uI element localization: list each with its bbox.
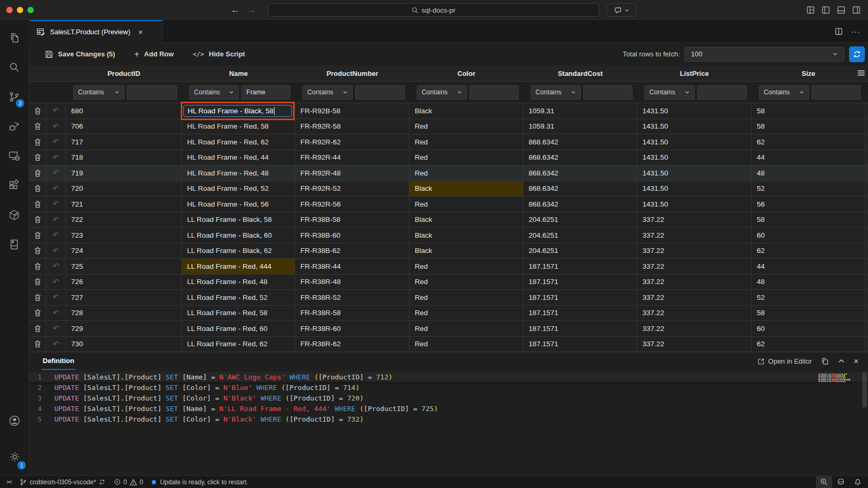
filter-operator-productnumber[interactable]: Contains (303, 85, 353, 100)
table-row[interactable]: ↶ 722 LL Road Frame - Black, 58 FR-R38B-… (29, 212, 868, 228)
cell-listprice[interactable]: 1431.50 (637, 150, 752, 165)
table-row[interactable]: ↶ 720 HL Road Frame - Red, 52 FR-R92R-52… (29, 181, 868, 197)
cell-productid[interactable]: 729 (66, 321, 182, 336)
cell-name[interactable]: HL Road Frame - Red, 48 (182, 165, 295, 181)
delete-row-button[interactable] (29, 212, 46, 228)
cell-size[interactable]: 58 (752, 212, 865, 228)
toggle-panel-icon[interactable] (837, 6, 845, 14)
close-window-button[interactable] (6, 7, 13, 13)
revert-row-button[interactable]: ↶ (46, 243, 66, 259)
cell-name[interactable]: LL Road Frame - Red, 48 (182, 275, 295, 290)
table-row[interactable]: ↶ 723 LL Road Frame - Black, 60 FR-R38B-… (29, 228, 868, 243)
filter-input-listprice[interactable] (697, 85, 747, 100)
sidebar-item-remote-explorer[interactable] (0, 141, 28, 171)
cell-size[interactable]: 52 (752, 181, 865, 197)
cell-productnumber[interactable]: FR-R92R-52 (295, 181, 409, 197)
cell-standardcost[interactable]: 1059.31 (523, 119, 637, 134)
cell-size[interactable]: 62 (752, 337, 865, 352)
zoom-window-button[interactable] (27, 7, 34, 13)
filter-operator-name[interactable]: Contains (189, 85, 239, 100)
cell-listprice[interactable]: 337.22 (637, 228, 752, 243)
cell-color[interactable]: Red (409, 275, 523, 290)
open-in-editor-button[interactable]: Open in Editor (757, 357, 812, 365)
cell-color[interactable]: Red (409, 134, 523, 150)
table-row[interactable]: ↶ 726 LL Road Frame - Red, 48 FR-R38R-48… (29, 275, 868, 290)
cell-productnumber[interactable]: FR-R38B-60 (295, 228, 409, 243)
filter-input-size[interactable] (812, 85, 861, 100)
cell-color[interactable]: Red (409, 197, 523, 212)
cell-listprice[interactable]: 1431.50 (637, 181, 752, 197)
cell-listprice[interactable]: 337.22 (637, 337, 752, 352)
filter-operator-standardcost[interactable]: Contains (531, 85, 581, 100)
cell-color[interactable]: Red (409, 165, 523, 181)
delete-row-button[interactable] (29, 290, 46, 305)
cell-size[interactable]: 58 (752, 119, 865, 134)
table-row[interactable]: ↶ 725 LL Road Frame - Red, 444 FR-R38R-4… (29, 259, 868, 275)
cell-productid[interactable]: 720 (66, 181, 182, 197)
cell-name[interactable]: LL Road Frame - Red, 52 (182, 290, 295, 305)
notifications-bell-button[interactable] (850, 476, 868, 488)
cell-productnumber[interactable]: FR-R92R-44 (295, 150, 409, 165)
cell-standardcost[interactable]: 187.1571 (523, 321, 637, 336)
cell-name[interactable]: LL Road Frame - Black, 60 (182, 228, 295, 243)
table-row[interactable]: ↶ 721 HL Road Frame - Red, 56 FR-R92R-56… (29, 197, 868, 212)
cell-standardcost[interactable]: 187.1571 (523, 337, 637, 352)
column-header-productnumber[interactable]: ProductNumber (295, 65, 409, 81)
sidebar-item-search[interactable] (0, 53, 28, 82)
cell-name[interactable]: LL Road Frame - Red, 58 (182, 306, 295, 321)
revert-row-button[interactable]: ↶ (46, 119, 66, 134)
filter-input-color[interactable] (470, 85, 519, 100)
hide-script-button[interactable]: </> Hide Script (193, 50, 245, 58)
cell-color[interactable]: Red (409, 337, 523, 352)
cell-standardcost[interactable]: 868.6342 (523, 134, 637, 150)
cell-listprice[interactable]: 1431.50 (637, 103, 752, 119)
revert-row-button[interactable]: ↶ (46, 103, 66, 119)
toggle-primary-sidebar-icon[interactable] (822, 6, 830, 14)
revert-row-button[interactable]: ↶ (46, 337, 66, 352)
column-header-listprice[interactable]: ListPrice (637, 65, 752, 81)
delete-row-button[interactable] (29, 321, 46, 336)
delete-row-button[interactable] (29, 103, 46, 119)
cell-productid[interactable]: 725 (66, 259, 182, 274)
branch-status[interactable]: croblesm-0305-vscode* (15, 476, 110, 488)
cell-productid[interactable]: 724 (66, 243, 182, 259)
copilot-chat-button[interactable] (606, 3, 637, 17)
tab-definition[interactable]: Definition (42, 353, 75, 370)
cell-standardcost[interactable]: 187.1571 (523, 275, 637, 290)
column-header-name[interactable]: Name (182, 65, 295, 81)
cell-size[interactable]: 44 (752, 150, 865, 165)
cell-productnumber[interactable]: FR-R38R-60 (295, 321, 409, 336)
add-row-button[interactable]: + Add Row (134, 49, 173, 60)
cell-size[interactable]: 62 (752, 243, 865, 259)
cell-productid[interactable]: 680 (66, 103, 182, 119)
scrollbar[interactable] (862, 373, 867, 407)
cell-name[interactable]: LL Road Frame - Red, 62 (182, 337, 295, 352)
command-center-search[interactable]: sql-docs-pr (268, 3, 599, 17)
minimap[interactable] (818, 374, 860, 383)
cell-listprice[interactable]: 337.22 (637, 259, 752, 274)
save-changes-button[interactable]: Save Changes (5) (45, 50, 115, 58)
cell-color[interactable]: Black (409, 212, 523, 228)
cell-productid[interactable]: 721 (66, 197, 182, 212)
delete-row-button[interactable] (29, 134, 46, 150)
cell-productnumber[interactable]: FR-R92B-58 (295, 103, 409, 119)
more-actions-icon[interactable]: ··· (851, 27, 861, 36)
cell-color[interactable]: Red (409, 119, 523, 134)
close-panel-icon[interactable]: × (854, 357, 859, 366)
cell-productid[interactable]: 730 (66, 337, 182, 352)
zoom-status-button[interactable] (816, 476, 832, 488)
filter-input-name[interactable]: Frame (241, 85, 290, 100)
cell-color[interactable]: Red (409, 321, 523, 336)
cell-listprice[interactable]: 337.22 (637, 275, 752, 290)
total-rows-select[interactable]: 100 (685, 47, 844, 62)
cell-color[interactable]: Red (409, 259, 523, 274)
minimize-window-button[interactable] (17, 7, 23, 13)
cell-size[interactable]: 58 (752, 103, 865, 119)
delete-row-button[interactable] (29, 119, 46, 134)
revert-row-button[interactable]: ↶ (46, 275, 66, 290)
sidebar-item-extensions[interactable] (0, 171, 28, 200)
delete-row-button[interactable] (29, 243, 46, 259)
chevron-up-icon[interactable] (838, 358, 845, 365)
cell-size[interactable]: 60 (752, 228, 865, 243)
cell-productnumber[interactable]: FR-R38R-52 (295, 290, 409, 305)
